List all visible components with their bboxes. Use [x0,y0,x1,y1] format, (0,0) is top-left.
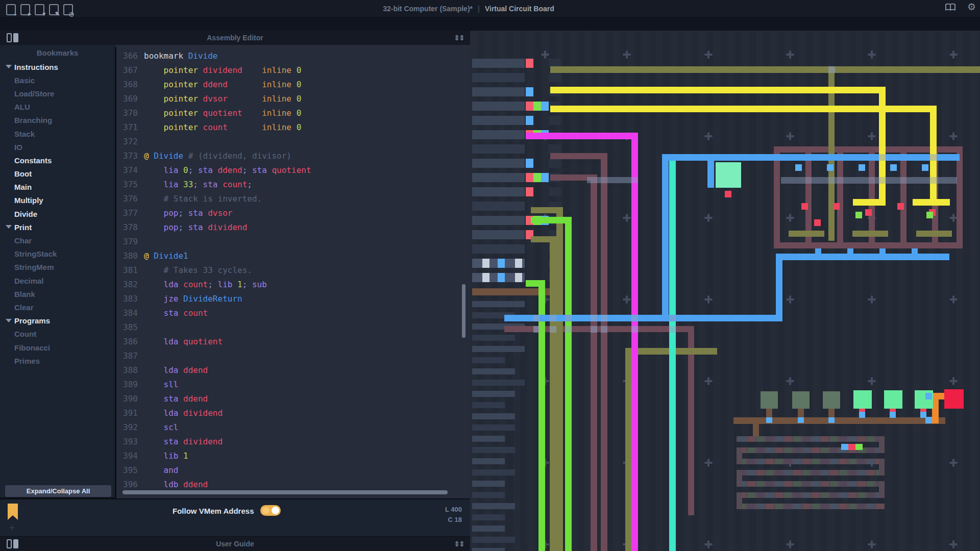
code-text: @ Divide # (dividend, divisor) [144,149,291,163]
code-line[interactable]: 385 [116,320,470,335]
sidebar-item-load-store[interactable]: Load/Store [0,87,115,100]
code-line[interactable]: 391 lda dividend [116,406,470,420]
code-line[interactable]: 375 lia 33; sta count; [116,178,470,192]
code-line[interactable]: 386 lda quotient [116,335,470,349]
code-line[interactable]: 384 sta count [116,306,470,320]
sidebar-item-fibonacci[interactable]: Fibonacci [0,341,115,354]
sidebar-item-boot[interactable]: Boot [0,167,115,181]
code-line[interactable]: 373@ Divide # (dividend, divisor) [116,149,470,163]
code-line[interactable]: 371 pointer count inline 0 [116,120,470,135]
code-text: lib 1 [144,449,188,463]
code-line[interactable]: 378 pop; sta dividend [116,220,470,235]
sidebar-item-basic[interactable]: Basic [0,73,115,87]
sidebar-item-blank[interactable]: Blank [0,287,115,300]
code-line[interactable]: 370 pointer quotient inline 0 [116,106,470,120]
code-line[interactable]: 367 pointer dividend inline 0 [116,63,470,78]
sidebar-item-programs[interactable]: Programs [0,314,115,328]
sidebar-item-label: IO [14,143,22,152]
vertical-scrollbar[interactable] [462,284,465,338]
sidebar-item-branching[interactable]: Branching [0,114,115,127]
panel-toggle-icon[interactable] [7,33,18,42]
resize-panel-icon[interactable]: ⇕⇕ [454,540,464,548]
menu-bar: 32-bit Computer (Sample)* | Virtual Circ… [0,0,980,17]
sidebar-item-divide[interactable]: Divide [0,207,115,220]
sidebar-item-clear[interactable]: Clear [0,300,115,314]
sidebar-item-count[interactable]: Count [0,328,115,341]
editor-footer: ✛ Follow VMem Address L 400 C 18 [0,498,470,536]
expand-collapse-all-button[interactable]: Expand/Collapse All [5,485,111,497]
code-line[interactable]: 383 jze DivideReturn [116,292,470,306]
panel-toggle-icon[interactable] [7,539,18,548]
sidebar-item-io[interactable]: IO [0,140,115,154]
code-line[interactable]: 388 lda ddend [116,363,470,378]
code-text: # Takes 33 cycles. [144,263,252,278]
sidebar-item-primes[interactable]: Primes [0,354,115,367]
sidebar-item-label: Branching [14,116,52,124]
line-number: 382 [116,278,138,292]
serpentine-memory [737,436,885,509]
sidebar-item-stack[interactable]: Stack [0,127,115,140]
horizontal-scrollbar[interactable] [122,490,448,494]
code-text: pointer count inline 0 [144,120,301,135]
code-line[interactable]: 394 lib 1 [116,449,470,463]
line-number: 375 [116,178,138,192]
code-line[interactable]: 382 lda count; lib 1; sub [116,278,470,292]
code-line[interactable]: 395 and [116,463,470,478]
chevron-down-icon[interactable] [6,225,12,229]
window-title: 32-bit Computer (Sample)* | Virtual Circ… [0,0,937,17]
sidebar-item-stringmem[interactable]: StringMem [0,261,115,274]
sidebar-item-label: Boot [14,169,32,178]
code-line[interactable]: 381 # Takes 33 cycles. [116,263,470,278]
sidebar-item-constants[interactable]: Constants [0,154,115,167]
resize-panel-icon[interactable]: ⇕⇕ [454,34,464,42]
chevron-down-icon[interactable] [6,319,12,322]
sidebar-item-main[interactable]: Main [0,181,115,194]
code-line[interactable]: 390 sta ddend [116,392,470,406]
code-line[interactable]: 369 pointer dvsor inline 0 [116,92,470,106]
sidebar-item-label: Multiply [14,196,43,205]
code-line[interactable]: 393 sta dividend [116,435,470,449]
simulation-bar: Edit 1 Step Mode ★ [0,17,980,31]
sidebar-item-stringstack[interactable]: StringStack [0,247,115,261]
line-number: 396 [116,478,138,492]
code-line[interactable]: 396 ldb ddend [116,478,470,492]
code-text: pop; sta dvsor [144,206,232,220]
code-text: pointer dividend inline 0 [144,63,301,78]
sidebar-item-label: Instructions [14,63,58,71]
code-line[interactable]: 377 pop; sta dvsor [116,206,470,220]
settings-gear-icon[interactable]: ⚙ [967,2,976,12]
code-line[interactable]: 368 pointer ddend inline 0 [116,78,470,92]
code-text: sta ddend [144,392,208,406]
code-line[interactable]: 380@ Divide1 [116,249,470,263]
line-number: 369 [116,92,138,106]
chevron-down-icon[interactable] [6,65,12,68]
follow-vmem-toggle[interactable] [260,505,281,516]
code-line[interactable]: 372 [116,135,470,149]
sidebar-item-multiply[interactable]: Multiply [0,194,115,207]
sidebar-item-label: StringMem [14,263,54,271]
assembly-editor[interactable]: 366bookmark Divide367 pointer dividend i… [116,45,470,502]
sidebar-item-instructions[interactable]: Instructions [0,60,115,73]
sidebar-item-print[interactable]: Print [0,220,115,234]
code-line[interactable]: 366bookmark Divide [116,49,470,63]
follow-vmem-label: Follow VMem Address [173,507,254,515]
code-line[interactable]: 392 scl [116,420,470,435]
sidebar-item-char[interactable]: Char [0,234,115,247]
bookmark-tool-icon[interactable] [8,504,18,520]
line-number: 377 [116,206,138,220]
circuit-canvas[interactable] [470,31,980,551]
line-number: 371 [116,120,138,135]
circuit-board[interactable] [470,31,980,551]
code-line[interactable]: 379 [116,235,470,249]
code-line[interactable]: 389 sll [116,378,470,392]
user-guide-icon[interactable] [945,3,955,14]
code-line[interactable]: 374 lia 0; sta ddend; sta quotient [116,163,470,178]
assembly-editor-header: Assembly Editor ⇕⇕ [0,31,470,45]
sidebar-item-label: Divide [14,210,37,218]
sidebar-item-decimal[interactable]: Decimal [0,274,115,287]
code-line[interactable]: 376 # Stack is inverted. [116,192,470,206]
pin-tool-icon[interactable]: ✛ [9,524,15,532]
mauve-wires [504,146,963,551]
code-line[interactable]: 387 [116,349,470,363]
sidebar-item-alu[interactable]: ALU [0,101,115,114]
